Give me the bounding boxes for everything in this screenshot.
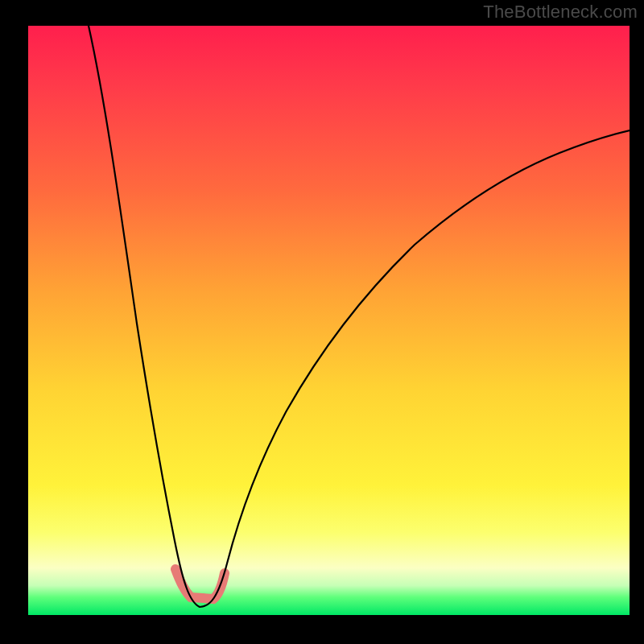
bottleneck-curve bbox=[74, 26, 630, 607]
plot-area bbox=[28, 26, 630, 615]
curve-layer bbox=[28, 26, 630, 615]
watermark-text: TheBottleneck.com bbox=[483, 2, 638, 23]
chart-frame: TheBottleneck.com bbox=[0, 0, 644, 644]
